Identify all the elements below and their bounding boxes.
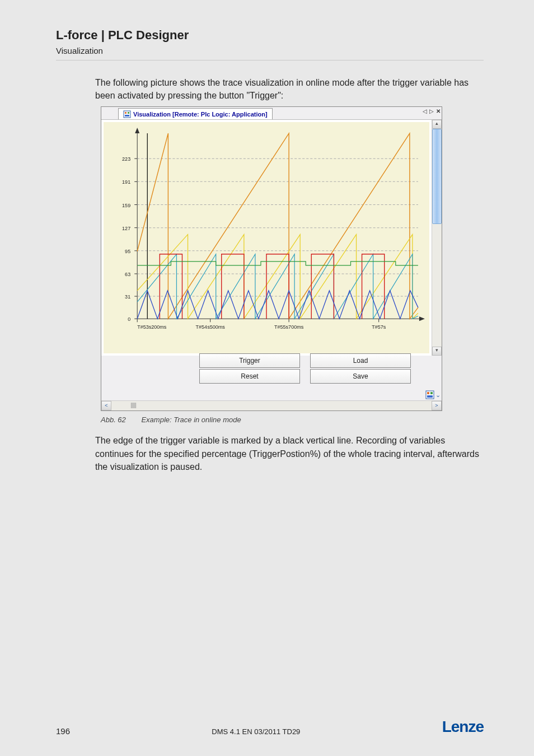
bottom-icon-row: ⌄ <box>101 390 442 399</box>
doc-title: L-force | PLC Designer <box>56 28 484 43</box>
scroll-up-icon[interactable]: ▴ <box>432 120 442 129</box>
tab-controls: ◁ ▷ ✕ <box>423 108 441 114</box>
y-tick-1: 31 <box>125 294 130 300</box>
scroll-down-icon[interactable]: ▾ <box>432 347 442 356</box>
svg-rect-3 <box>125 115 129 116</box>
trace-plot: 0 31 63 95 127 159 191 223 T#53s20 <box>104 122 429 353</box>
series-orange <box>137 133 418 319</box>
header-rule <box>56 60 484 60</box>
y-tick-0: 0 <box>128 317 130 323</box>
y-tick-2: 63 <box>125 272 130 277</box>
vertical-scrollbar[interactable]: ▴ ▾ <box>432 120 442 356</box>
svg-rect-2 <box>128 112 129 114</box>
y-tick-7: 223 <box>122 157 130 162</box>
y-tick-5: 159 <box>122 203 130 208</box>
figure-caption: Abb. 62 Example: Trace in online mode <box>101 416 484 424</box>
svg-rect-1 <box>125 112 127 114</box>
intro-paragraph: The following picture shows the trace vi… <box>95 76 484 102</box>
svg-marker-7 <box>419 317 425 321</box>
svg-rect-30 <box>427 395 433 398</box>
series-cyan <box>137 254 418 319</box>
x-tick-2: T#55s700ms <box>274 325 304 330</box>
scroll-left-icon[interactable]: < <box>101 401 111 410</box>
caption-number: Abb. 62 <box>101 416 126 424</box>
svg-rect-29 <box>430 392 433 394</box>
x-tick-3: T#57s <box>372 325 386 330</box>
tab-bar: Visualization [Remote: Plc Logic: Applic… <box>101 107 442 119</box>
caption-text: Example: Trace in online mode <box>141 416 241 424</box>
hscroll-grip[interactable] <box>131 403 137 408</box>
x-tick-0: T#53s200ms <box>137 325 167 330</box>
doc-subtitle: Visualization <box>56 46 484 55</box>
y-tick-4: 127 <box>122 226 130 231</box>
hscroll-track[interactable] <box>111 401 432 410</box>
series-green <box>137 262 418 265</box>
y-tick-6: 191 <box>122 180 130 185</box>
series-yellow <box>137 235 418 319</box>
svg-rect-0 <box>124 111 130 118</box>
footer-docid: DMS 4.1 EN 03/2011 TD29 <box>212 727 300 736</box>
svg-rect-28 <box>427 392 429 394</box>
scroll-right-icon[interactable]: > <box>432 401 442 410</box>
screenshot-window: Visualization [Remote: Plc Logic: Applic… <box>101 106 442 411</box>
body-paragraph: The edge of the trigger variable is mark… <box>95 434 484 473</box>
tab-close-icon[interactable]: ✕ <box>436 108 441 114</box>
lenze-logo: Lenze <box>442 718 484 736</box>
horizontal-scrollbar[interactable]: < > <box>101 400 442 410</box>
y-tick-3: 95 <box>125 249 130 254</box>
svg-marker-5 <box>135 128 139 133</box>
x-tick-1: T#54s500ms <box>196 325 226 330</box>
tab-prev-icon[interactable]: ◁ <box>423 108 427 114</box>
visualization-icon[interactable] <box>425 390 434 399</box>
page-footer: 196 DMS 4.1 EN 03/2011 TD29 Lenze <box>56 718 484 736</box>
visualization-icon <box>123 110 131 118</box>
reset-button[interactable]: Reset <box>199 369 300 384</box>
save-button[interactable]: Save <box>310 369 411 384</box>
button-row-2: Reset Save <box>199 369 442 384</box>
page-number: 196 <box>56 726 70 736</box>
scroll-track[interactable] <box>432 224 442 347</box>
chevron-down-icon[interactable]: ⌄ <box>435 391 441 399</box>
tab-visualization[interactable]: Visualization [Remote: Plc Logic: Applic… <box>118 108 273 119</box>
tab-next-icon[interactable]: ▷ <box>429 108 434 114</box>
scroll-thumb[interactable] <box>432 129 442 224</box>
tab-title: Visualization [Remote: Plc Logic: Applic… <box>133 111 268 118</box>
visualization-body: 0 31 63 95 127 159 191 223 T#53s20 <box>101 119 442 356</box>
